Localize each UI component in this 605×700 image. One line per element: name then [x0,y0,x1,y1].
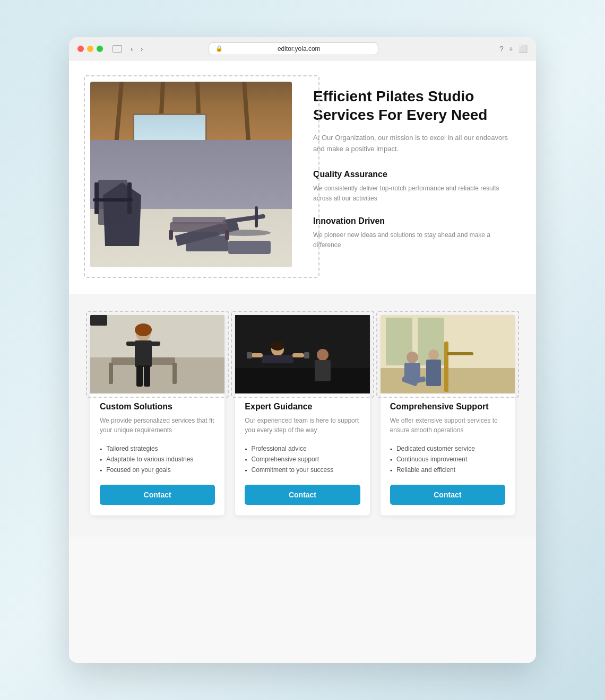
svg-rect-22 [151,342,160,346]
add-tab-button[interactable]: + [509,45,513,53]
svg-rect-33 [304,352,309,358]
card-2-list-item-3: Commitment to your success [245,465,360,475]
card-1: Custom Solutions We provide personalized… [90,315,224,515]
card-3: Comprehensive Support We offer extensive… [381,315,515,515]
card-1-svg [90,315,224,393]
svg-rect-23 [136,365,143,387]
card-1-list-item-3: Focused on your goals [100,465,215,475]
nav-buttons: ‹ › [128,43,145,54]
card-2-list-item-1: Professional advice [245,443,360,454]
svg-point-45 [428,349,439,360]
hero-text: Efficient Pilates Studio Services For Ev… [313,82,515,263]
card-1-image [90,315,224,393]
card-2-description: Our experienced team is here to support … [245,416,360,435]
card-3-list-item-2: Continuous improvement [390,454,505,465]
card-2-contact-button[interactable]: Contact [245,485,360,505]
card-3-image-wrapper [381,315,515,393]
card-1-list-item-1: Tailored strategies [100,443,215,454]
back-button[interactable]: ‹ [128,43,135,54]
help-button[interactable]: ? [499,45,504,53]
minimize-button[interactable] [87,46,93,52]
card-1-list-item-2: Adaptable to various industries [100,454,215,465]
browser-chrome: ‹ › 🔒 editor.yola.com ? + ⬜ [69,37,536,60]
svg-rect-7 [98,180,127,225]
gym-svg [90,82,292,267]
card-2-body: Expert Guidance Our experienced team is … [235,393,369,515]
tab-icon [113,45,122,52]
svg-rect-5 [169,230,173,240]
hero-inner: Efficient Pilates Studio Services For Ev… [90,82,515,267]
svg-rect-26 [235,368,369,393]
card-3-image [381,315,515,393]
card-2-list-item-2: Comprehensive support [245,454,360,465]
card-3-list-item-1: Dedicated customer service [390,443,505,454]
address-bar[interactable]: 🔒 editor.yola.com [209,42,378,55]
svg-rect-21 [126,342,136,346]
card-3-body: Comprehensive Support We offer extensive… [381,393,515,515]
card-3-list: Dedicated customer service Continuous im… [390,443,505,475]
card-2-title: Expert Guidance [245,402,360,412]
browser-window: ‹ › 🔒 editor.yola.com ? + ⬜ [69,37,536,663]
svg-rect-15 [109,363,113,384]
feature-2-desc: We pioneer new ideas and solutions to st… [313,230,515,250]
svg-rect-1 [223,214,265,224]
url-text: editor.yola.com [226,45,371,52]
maximize-button[interactable] [97,46,103,52]
card-1-list: Tailored strategies Adaptable to various… [100,443,215,475]
card-3-list-item-3: Reliable and efficient [390,465,505,475]
hero-title: Efficient Pilates Studio Services For Ev… [313,87,515,124]
svg-rect-10 [93,198,133,202]
svg-rect-35 [315,360,331,381]
card-2: Expert Guidance Our experienced team is … [235,315,369,515]
hero-image-container [90,82,292,267]
svg-rect-12 [90,315,224,357]
svg-rect-29 [262,355,293,363]
card-3-contact-button[interactable]: Contact [390,485,505,505]
svg-rect-46 [426,360,441,386]
card-2-image-wrapper [235,315,369,393]
browser-actions: ? + ⬜ [499,45,528,53]
card-1-contact-button[interactable]: Contact [100,485,215,505]
page-content: Efficient Pilates Studio Services For Ev… [69,60,536,663]
card-1-title: Custom Solutions [100,402,215,412]
svg-rect-31 [292,353,304,357]
hero-section: Efficient Pilates Studio Services For Ev… [69,60,536,294]
svg-rect-19 [90,315,107,326]
card-1-image-wrapper [90,315,224,393]
feature-2-title: Innovation Driven [313,216,515,226]
card-1-description: We provide personalized services that fi… [100,416,215,435]
svg-rect-32 [247,352,252,358]
svg-rect-6 [225,230,229,240]
lock-icon: 🔒 [215,45,223,52]
close-button[interactable] [77,46,84,52]
traffic-lights [77,46,103,52]
card-1-body: Custom Solutions We provide personalized… [90,393,224,515]
gym-image [90,82,292,267]
svg-point-18 [135,323,152,336]
svg-rect-41 [444,342,448,392]
svg-point-43 [407,352,418,363]
svg-rect-24 [144,365,150,387]
card-2-svg [235,315,369,393]
cards-section: Custom Solutions We provide personalized… [69,294,536,537]
hero-subtitle: At Our Organization, our mission is to e… [313,133,515,155]
svg-rect-30 [251,353,263,357]
forward-button[interactable]: › [139,43,145,54]
feature-1-title: Quality Assurance [313,170,515,179]
card-3-svg [381,315,515,393]
extensions-button[interactable]: ⬜ [518,45,528,53]
svg-rect-42 [447,352,473,355]
card-2-image [235,315,369,393]
svg-rect-2 [255,206,258,228]
svg-point-28 [271,341,284,351]
svg-point-34 [317,349,329,361]
svg-rect-20 [135,340,152,367]
card-3-title: Comprehensive Support [390,402,505,412]
card-2-list: Professional advice Comprehensive suppor… [245,443,360,475]
svg-rect-4 [172,217,226,224]
feature-1-desc: We consistently deliver top-notch perfor… [313,183,515,204]
card-3-description: We offer extensive support services to e… [390,416,505,435]
cards-grid: Custom Solutions We provide personalized… [90,315,515,515]
svg-rect-16 [172,363,177,384]
